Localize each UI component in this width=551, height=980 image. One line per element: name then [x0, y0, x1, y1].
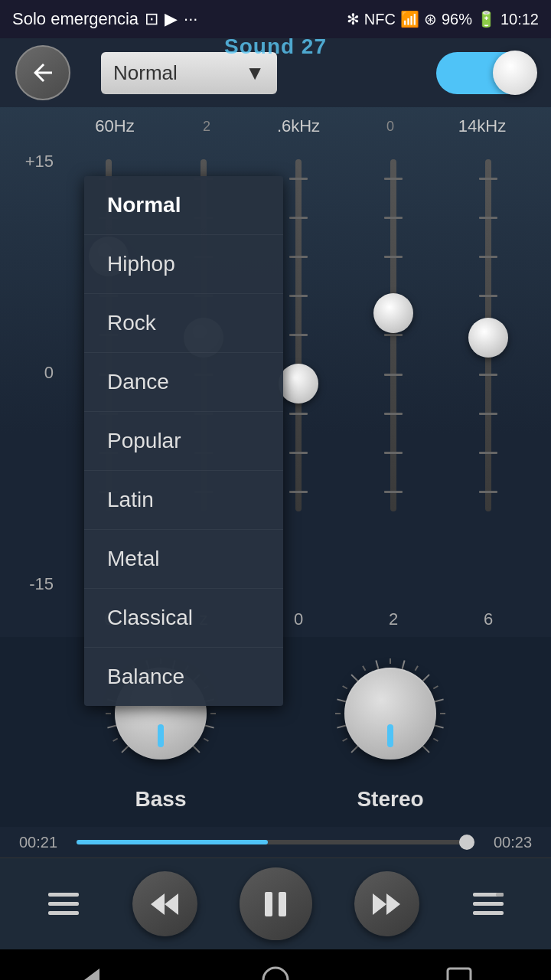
- stereo-knob-indicator: [387, 724, 393, 747]
- status-carrier: Solo emergencia ⊡ ▶ ···: [12, 9, 197, 29]
- preset-option-dance[interactable]: Dance: [84, 353, 283, 412]
- svg-line-10: [113, 739, 118, 742]
- eq-freq-labels: 60Hz 2 .6kHz 0 14kHz: [0, 107, 551, 136]
- back-arrow-icon: [29, 59, 57, 87]
- app-container: Sound 27 Normal ▼ 60Hz 2 .6kHz 0 14kHz +…: [0, 38, 551, 827]
- photo-icon: ⊡: [145, 9, 158, 29]
- db-minus15: -15: [15, 574, 61, 594]
- stereo-knob-outer: [329, 652, 452, 775]
- slider-6khz[interactable]: [295, 152, 302, 519]
- freq-bottom-6b: 6: [465, 609, 511, 629]
- freq-label-60hz: 60Hz: [69, 116, 161, 136]
- rewind-icon: [149, 892, 180, 916]
- eq-toggle[interactable]: [436, 52, 536, 94]
- play-icon: ▶: [165, 9, 178, 29]
- signal-icon: 📶: [400, 10, 419, 28]
- stereo-knob-container: Stereo: [329, 652, 452, 812]
- svg-line-31: [343, 686, 347, 689]
- svg-line-27: [435, 726, 444, 728]
- svg-line-32: [363, 666, 366, 671]
- svg-line-18: [204, 739, 208, 742]
- progress-bar-area: 00:21 00:23: [0, 827, 551, 858]
- playlist-button[interactable]: [37, 877, 90, 931]
- svg-line-23: [376, 660, 378, 669]
- svg-line-0: [122, 746, 128, 752]
- svg-line-21: [337, 699, 346, 701]
- preset-dropdown-menu: Normal Hiphop Rock Dance Popular Latin M…: [84, 176, 283, 706]
- bluetooth-icon: ✻: [347, 10, 360, 28]
- status-right-icons: ✻ NFC 📶 ⊛ 96% 🔋 10:12: [347, 10, 539, 28]
- preset-option-metal[interactable]: Metal: [84, 530, 283, 589]
- bottom-controls: [0, 858, 551, 949]
- svg-line-28: [422, 746, 429, 752]
- preset-option-balance[interactable]: Balance: [84, 648, 283, 706]
- navigation-bar: [0, 949, 551, 980]
- svg-rect-48: [473, 902, 504, 906]
- rewind-button[interactable]: [132, 871, 197, 936]
- freq-label-6: 2: [161, 119, 253, 135]
- freq-label-14khz: 14kHz: [436, 116, 528, 136]
- carrier-text: Solo emergencia: [12, 9, 139, 29]
- slider-knob-6khz[interactable]: [279, 364, 318, 403]
- preset-option-popular[interactable]: Popular: [84, 412, 283, 471]
- svg-rect-49: [473, 911, 504, 915]
- slider-knob-14khz[interactable]: [468, 318, 508, 358]
- slider-knob-4[interactable]: [373, 293, 413, 333]
- time-text: 10:12: [500, 11, 539, 28]
- slider-4[interactable]: [390, 152, 396, 519]
- svg-rect-50: [496, 893, 504, 897]
- progress-dot[interactable]: [459, 835, 474, 850]
- stereo-knob-body[interactable]: [344, 668, 436, 760]
- time-total: 00:23: [482, 834, 543, 851]
- top-bar: Sound 27 Normal ▼: [0, 38, 551, 107]
- freq-bottom-2: 2: [370, 609, 416, 629]
- preset-option-normal[interactable]: Normal: [84, 176, 283, 235]
- stereo-label: Stereo: [357, 787, 423, 812]
- db-plus15: +15: [15, 152, 61, 172]
- preset-option-latin[interactable]: Latin: [84, 471, 283, 530]
- nfc-icon: NFC: [364, 11, 396, 28]
- preset-option-classical[interactable]: Classical: [84, 589, 283, 648]
- svg-marker-46: [386, 893, 400, 915]
- preset-option-hiphop[interactable]: Hiphop: [84, 235, 283, 294]
- svg-line-25: [422, 675, 429, 681]
- progress-fill: [77, 840, 268, 844]
- svg-marker-51: [84, 969, 99, 980]
- nav-recent-button[interactable]: [429, 957, 490, 980]
- svg-point-52: [263, 968, 288, 980]
- preset-option-rock[interactable]: Rock: [84, 294, 283, 353]
- more-icon: ···: [184, 9, 197, 29]
- svg-rect-43: [265, 892, 272, 916]
- nav-home-icon: [260, 965, 291, 980]
- svg-line-1: [107, 726, 116, 728]
- nav-home-button[interactable]: [245, 957, 306, 980]
- progress-track[interactable]: [77, 840, 474, 844]
- svg-rect-40: [48, 911, 79, 915]
- slider-bar-6khz: [295, 159, 302, 511]
- slider-marks-6khz: [289, 159, 308, 511]
- slider-bar-14khz: [485, 159, 491, 511]
- svg-rect-38: [48, 893, 79, 897]
- svg-line-8: [205, 726, 214, 728]
- pause-icon: [260, 889, 291, 920]
- nav-recent-icon: [444, 965, 474, 980]
- play-pause-button[interactable]: [240, 867, 312, 940]
- svg-rect-53: [448, 969, 471, 980]
- svg-rect-39: [48, 902, 79, 906]
- back-button[interactable]: [15, 45, 70, 100]
- menu-button[interactable]: [461, 877, 515, 931]
- svg-line-9: [193, 746, 199, 752]
- freq-label-6khz: .6kHz: [253, 116, 344, 136]
- svg-marker-41: [151, 893, 165, 915]
- freq-label-2: 0: [344, 119, 436, 135]
- svg-line-29: [343, 739, 347, 742]
- forward-button[interactable]: [354, 871, 419, 936]
- forward-icon: [371, 892, 402, 916]
- slider-14khz[interactable]: [485, 152, 491, 519]
- svg-line-37: [433, 739, 438, 742]
- equalizer-area: 60Hz 2 .6kHz 0 14kHz +15 0 -15: [0, 107, 551, 827]
- svg-line-20: [337, 726, 346, 728]
- svg-line-26: [435, 699, 444, 701]
- nav-back-button[interactable]: [61, 957, 122, 980]
- bass-knob-indicator: [158, 724, 164, 747]
